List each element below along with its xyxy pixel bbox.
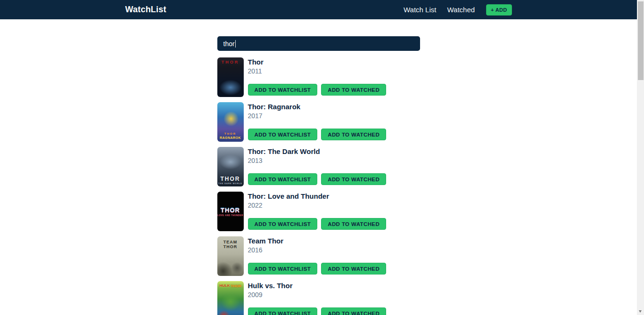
movie-result-row: TEAM THOR Team Thor 2016 ADD TO WATCHLIS… bbox=[217, 236, 420, 276]
movie-info: Team Thor 2016 ADD TO WATCHLIST ADD TO W… bbox=[248, 236, 390, 276]
movie-actions: ADD TO WATCHLIST ADD TO WATCHED bbox=[248, 307, 390, 315]
app-header: WatchList Watch List Watched + ADD bbox=[0, 0, 637, 19]
search-input-value: thor bbox=[223, 40, 235, 48]
movie-year: 2009 bbox=[248, 291, 390, 299]
nav-link-watched[interactable]: Watched bbox=[447, 6, 475, 14]
poster-art-text: THOR bbox=[217, 207, 244, 214]
movie-actions: ADD TO WATCHLIST ADD TO WATCHED bbox=[248, 173, 390, 185]
add-to-watchlist-button[interactable]: ADD TO WATCHLIST bbox=[248, 84, 318, 96]
main-nav: Watch List Watched + ADD bbox=[393, 4, 512, 16]
add-to-watched-button[interactable]: ADD TO WATCHED bbox=[321, 129, 386, 140]
movie-actions: ADD TO WATCHLIST ADD TO WATCHED bbox=[248, 263, 390, 275]
movie-title: Thor bbox=[248, 57, 390, 66]
movie-poster: THOR RAGNAROK bbox=[217, 102, 244, 142]
add-to-watched-button[interactable]: ADD TO WATCHED bbox=[321, 307, 386, 315]
poster-art-text: THOR bbox=[217, 60, 244, 65]
header-inner: WatchList Watch List Watched + ADD bbox=[125, 0, 512, 19]
movie-result-row: THOR THE DARK WORLD Thor: The Dark World… bbox=[217, 147, 420, 186]
movie-result-row: THOR Thor 2011 ADD TO WATCHLIST ADD TO W… bbox=[217, 57, 420, 97]
add-to-watched-button[interactable]: ADD TO WATCHED bbox=[321, 84, 386, 96]
scrollbar-down-arrow-icon[interactable] bbox=[639, 310, 642, 313]
movie-actions: ADD TO WATCHLIST ADD TO WATCHED bbox=[248, 84, 390, 96]
movie-result-row: THOR RAGNAROK Thor: Ragnarok 2017 ADD TO… bbox=[217, 102, 420, 142]
movie-title: Hulk vs. Thor bbox=[248, 281, 390, 290]
movie-actions: ADD TO WATCHLIST ADD TO WATCHED bbox=[248, 129, 390, 140]
movie-title: Team Thor bbox=[248, 236, 390, 245]
add-to-watchlist-button[interactable]: ADD TO WATCHLIST bbox=[248, 218, 318, 230]
search-results-list: THOR Thor 2011 ADD TO WATCHLIST ADD TO W… bbox=[217, 57, 420, 315]
movie-actions: ADD TO WATCHLIST ADD TO WATCHED bbox=[248, 218, 390, 230]
scrollbar-thumb[interactable] bbox=[638, 1, 644, 80]
poster-art-text: THOR bbox=[217, 132, 244, 135]
page: WatchList Watch List Watched + ADD thor … bbox=[0, 0, 637, 315]
scrollbar[interactable] bbox=[637, 0, 644, 315]
poster-art-text: THE DARK WORLD bbox=[217, 182, 244, 185]
movie-title: Thor: The Dark World bbox=[248, 147, 390, 156]
movie-year: 2016 bbox=[248, 246, 390, 254]
movie-info: Thor: Ragnarok 2017 ADD TO WATCHLIST ADD… bbox=[248, 102, 390, 142]
movie-info: Thor 2011 ADD TO WATCHLIST ADD TO WATCHE… bbox=[248, 57, 390, 97]
nav-link-watch-list[interactable]: Watch List bbox=[404, 6, 436, 14]
add-to-watchlist-button[interactable]: ADD TO WATCHLIST bbox=[248, 129, 318, 140]
add-to-watched-button[interactable]: ADD TO WATCHED bbox=[321, 263, 386, 275]
poster-art-text: THOR bbox=[217, 176, 244, 182]
add-button[interactable]: + ADD bbox=[486, 4, 512, 16]
movie-poster: TEAM THOR bbox=[217, 236, 244, 276]
add-to-watchlist-button[interactable]: ADD TO WATCHLIST bbox=[248, 173, 318, 185]
movie-year: 2022 bbox=[248, 201, 390, 210]
poster-art-text: TEAM bbox=[217, 240, 244, 244]
movie-info: Thor: The Dark World 2013 ADD TO WATCHLI… bbox=[248, 147, 390, 186]
movie-poster: THOR bbox=[217, 57, 244, 97]
movie-result-row: HULK THOR Hulk vs. Thor 2009 ADD TO WATC… bbox=[217, 281, 420, 315]
movie-title: Thor: Ragnarok bbox=[248, 102, 390, 111]
brand-logo[interactable]: WatchList bbox=[125, 5, 166, 15]
movie-poster: THOR THE DARK WORLD bbox=[217, 147, 244, 186]
movie-year: 2017 bbox=[248, 112, 390, 120]
movie-poster: HULK THOR bbox=[217, 281, 244, 315]
poster-art-text: RAGNAROK bbox=[217, 136, 244, 139]
add-to-watched-button[interactable]: ADD TO WATCHED bbox=[321, 218, 386, 230]
movie-title: Thor: Love and Thunder bbox=[248, 192, 390, 201]
poster-art-text: LOVE AND THUNDER bbox=[217, 214, 244, 217]
add-to-watchlist-button[interactable]: ADD TO WATCHLIST bbox=[248, 307, 318, 315]
add-to-watched-button[interactable]: ADD TO WATCHED bbox=[321, 173, 386, 185]
main-content: thor THOR Thor 2011 ADD TO WATCHLIST ADD… bbox=[217, 36, 420, 315]
movie-year: 2011 bbox=[248, 67, 390, 75]
poster-art-text: THOR bbox=[217, 244, 244, 249]
movie-poster: THOR LOVE AND THUNDER bbox=[217, 192, 244, 231]
text-cursor bbox=[235, 40, 236, 48]
add-to-watchlist-button[interactable]: ADD TO WATCHLIST bbox=[248, 263, 318, 275]
search-input[interactable]: thor bbox=[217, 36, 420, 51]
movie-info: Hulk vs. Thor 2009 ADD TO WATCHLIST ADD … bbox=[248, 281, 390, 315]
movie-info: Thor: Love and Thunder 2022 ADD TO WATCH… bbox=[248, 192, 390, 231]
movie-result-row: THOR LOVE AND THUNDER Thor: Love and Thu… bbox=[217, 192, 420, 231]
movie-year: 2013 bbox=[248, 156, 390, 165]
poster-art-text: THOR bbox=[230, 284, 243, 288]
